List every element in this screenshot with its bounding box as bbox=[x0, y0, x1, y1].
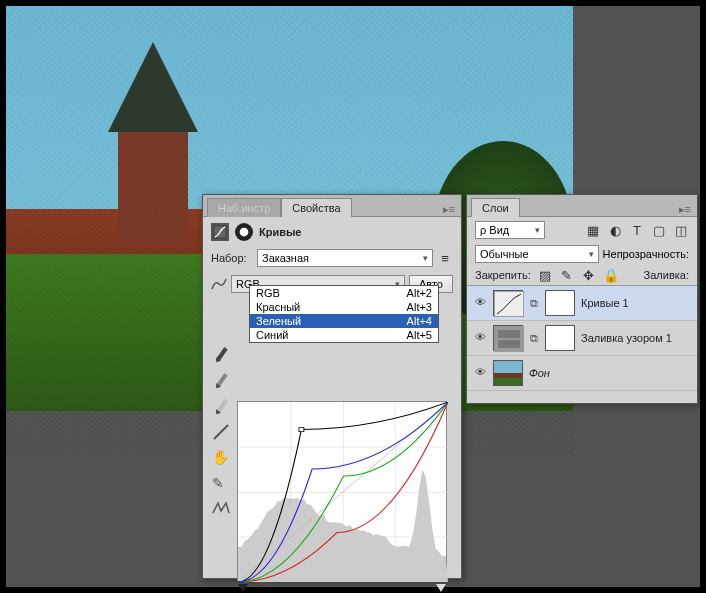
eyedropper-white-icon[interactable] bbox=[212, 397, 232, 417]
smooth-tool-icon[interactable] bbox=[212, 501, 232, 521]
chevron-down-icon: ▾ bbox=[589, 249, 594, 259]
eyedropper-black-icon[interactable] bbox=[212, 345, 232, 365]
layer-thumb-photo[interactable] bbox=[493, 360, 523, 386]
preset-select[interactable]: Заказная ▾ bbox=[257, 249, 433, 267]
properties-panel: Наб.инстр Свойства ▸≡ Кривые Набор: Зака… bbox=[202, 194, 462, 579]
svg-rect-9 bbox=[299, 427, 304, 431]
on-image-tool-icon[interactable] bbox=[212, 423, 232, 443]
eyedropper-gray-icon[interactable] bbox=[212, 371, 232, 391]
adjustment-header: Кривые bbox=[203, 217, 461, 247]
curves-tools bbox=[211, 345, 233, 593]
preset-label: Набор: bbox=[211, 252, 253, 264]
pencil-tool-icon[interactable] bbox=[212, 475, 232, 495]
layer-row[interactable]: 👁 ⧉ Заливка узором 1 bbox=[467, 321, 697, 356]
filter-smart-icon[interactable]: ◫ bbox=[673, 222, 689, 238]
layer-name[interactable]: Заливка узором 1 bbox=[581, 332, 672, 344]
filter-pixel-icon[interactable]: ▦ bbox=[585, 222, 601, 238]
filter-type-icon[interactable]: T bbox=[629, 222, 645, 238]
app-frame: Наб.инстр Свойства ▸≡ Кривые Набор: Зака… bbox=[6, 6, 700, 587]
shadow-slider[interactable] bbox=[238, 584, 248, 592]
filter-shape-icon[interactable]: ▢ bbox=[651, 222, 667, 238]
preset-menu-icon[interactable]: ≡ bbox=[437, 250, 453, 266]
layer-thumb-curves[interactable] bbox=[493, 290, 523, 316]
lock-label: Закрепить: bbox=[475, 269, 531, 281]
layers-panel: Слои ▸≡ ρ Вид ▾ ▦ ◐ T ▢ ◫ Обычные ▾ Непр… bbox=[466, 194, 698, 404]
highlight-slider[interactable] bbox=[436, 584, 446, 592]
svg-rect-11 bbox=[494, 326, 524, 352]
lock-all-icon[interactable]: 🔒 bbox=[603, 267, 619, 283]
lock-position-icon[interactable]: ✥ bbox=[581, 267, 597, 283]
channel-option-red[interactable]: Красный Alt+3 bbox=[250, 300, 438, 314]
channel-link-icon[interactable] bbox=[211, 276, 227, 292]
fill-label: Заливка: bbox=[644, 269, 689, 281]
channel-option-rgb[interactable]: RGB Alt+2 bbox=[250, 286, 438, 300]
visibility-toggle-icon[interactable]: 👁 bbox=[473, 296, 487, 310]
hand-tool-icon[interactable] bbox=[212, 449, 232, 469]
tab-layers[interactable]: Слои bbox=[471, 198, 520, 217]
layers-panel-menu-icon[interactable]: ▸≡ bbox=[673, 203, 697, 216]
svg-rect-13 bbox=[498, 340, 520, 348]
tab-tool-presets[interactable]: Наб.инстр bbox=[207, 198, 281, 217]
filter-adjust-icon[interactable]: ◐ bbox=[607, 222, 623, 238]
panel-menu-icon[interactable]: ▸≡ bbox=[437, 203, 461, 216]
layer-thumb-pattern[interactable] bbox=[493, 325, 523, 351]
svg-rect-12 bbox=[498, 330, 520, 338]
layer-name[interactable]: Кривые 1 bbox=[581, 297, 629, 309]
layer-row[interactable]: 👁 ⧉ Кривые 1 bbox=[467, 286, 697, 321]
chevron-down-icon: ▾ bbox=[535, 225, 540, 235]
layer-mask-thumb[interactable] bbox=[545, 290, 575, 316]
channel-option-green[interactable]: Зеленый Alt+4 bbox=[250, 314, 438, 328]
opacity-label: Непрозрачность: bbox=[603, 248, 689, 260]
layer-list: 👁 ⧉ Кривые 1 👁 ⧉ Заливка узором 1 👁 bbox=[467, 285, 697, 391]
layer-name[interactable]: Фон bbox=[529, 367, 550, 379]
visibility-toggle-icon[interactable]: 👁 bbox=[473, 366, 487, 380]
channel-option-blue[interactable]: Синий Alt+5 bbox=[250, 328, 438, 342]
properties-panel-tabs: Наб.инстр Свойства ▸≡ bbox=[203, 195, 461, 217]
mask-indicator-icon bbox=[235, 223, 253, 241]
layer-row[interactable]: 👁 Фон bbox=[467, 356, 697, 391]
blend-mode-select[interactable]: Обычные ▾ bbox=[475, 245, 599, 263]
lock-paint-icon[interactable]: ✎ bbox=[559, 267, 575, 283]
svg-point-1 bbox=[240, 228, 249, 237]
tab-properties[interactable]: Свойства bbox=[281, 198, 351, 217]
link-icon[interactable]: ⧉ bbox=[529, 332, 539, 345]
curves-graph[interactable] bbox=[237, 401, 447, 581]
lock-transparency-icon[interactable]: ▨ bbox=[537, 267, 553, 283]
visibility-toggle-icon[interactable]: 👁 bbox=[473, 331, 487, 345]
adjustment-title: Кривые bbox=[259, 226, 301, 238]
link-icon[interactable]: ⧉ bbox=[529, 297, 539, 310]
layer-mask-thumb[interactable] bbox=[545, 325, 575, 351]
curves-adjustment-icon bbox=[211, 223, 229, 241]
layer-filter-select[interactable]: ρ Вид ▾ bbox=[475, 221, 545, 239]
chevron-down-icon: ▾ bbox=[423, 253, 428, 263]
channel-dropdown: RGB Alt+2 Красный Alt+3 Зеленый Alt+4 Си… bbox=[249, 285, 439, 343]
